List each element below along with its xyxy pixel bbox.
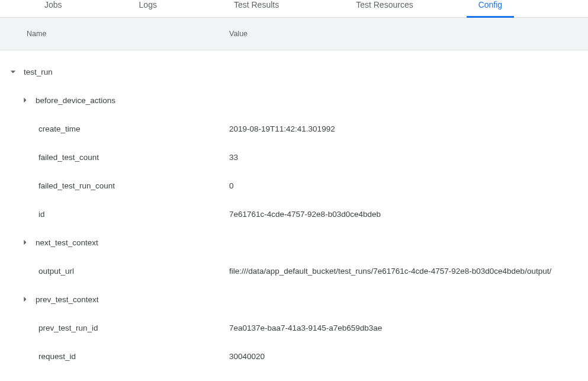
tree-leaf-value: 33 bbox=[229, 153, 588, 162]
tree-leaf-output-url: output_url file:///data/app_default_buck… bbox=[0, 257, 588, 285]
config-tree: test_run before_device_actions create_ti… bbox=[0, 50, 588, 381]
tree-leaf-label: failed_test_run_count bbox=[38, 181, 115, 190]
tree-node-next-test-context[interactable]: next_test_context bbox=[0, 228, 588, 257]
tree-leaf-create-time: create_time 2019-08-19T11:42:41.301992 bbox=[0, 114, 588, 143]
tab-jobs[interactable]: Jobs bbox=[33, 0, 74, 18]
tree-leaf-label: request_id bbox=[38, 352, 76, 361]
chevron-right-icon[interactable] bbox=[18, 293, 32, 305]
tab-label: Test Results bbox=[234, 0, 279, 9]
tree-node-label: before_device_actions bbox=[32, 96, 115, 105]
tab-label: Test Resources bbox=[356, 0, 413, 9]
tree-leaf-label: id bbox=[38, 210, 45, 219]
tree-leaf-id: id 7e61761c-4cde-4757-92e8-b03d0ce4bdeb bbox=[0, 200, 588, 228]
chevron-right-icon[interactable] bbox=[18, 236, 32, 248]
tab-test-results[interactable]: Test Results bbox=[222, 0, 291, 18]
tree-node-label: next_test_context bbox=[32, 238, 98, 247]
tree-leaf-value: 7ea0137e-baa7-41a3-9145-a7eb659db3ae bbox=[229, 324, 588, 332]
tab-logs[interactable]: Logs bbox=[127, 0, 169, 18]
tree-node-test-run[interactable]: test_run bbox=[0, 57, 588, 86]
tab-bar: Jobs Logs Test Results Test Resources Co… bbox=[0, 0, 588, 18]
column-header-value: Value bbox=[229, 30, 588, 38]
column-header-name: Name bbox=[0, 30, 229, 38]
tab-label: Config bbox=[478, 0, 502, 9]
chevron-right-icon[interactable] bbox=[18, 94, 32, 106]
chevron-down-icon[interactable] bbox=[6, 66, 20, 78]
tree-node-before-device-actions[interactable]: before_device_actions bbox=[0, 86, 588, 114]
tree-leaf-label: failed_test_count bbox=[38, 153, 99, 162]
tree-leaf-state: state COMPLETED bbox=[0, 370, 588, 381]
tree-leaf-request-id: request_id 30040020 bbox=[0, 342, 588, 370]
tree-leaf-prev-test-run-id: prev_test_run_id 7ea0137e-baa7-41a3-9145… bbox=[0, 313, 588, 342]
tab-label: Logs bbox=[139, 0, 157, 9]
table-header: Name Value bbox=[0, 18, 588, 50]
tree-leaf-value: 2019-08-19T11:42:41.301992 bbox=[229, 124, 588, 133]
tree-leaf-label: create_time bbox=[38, 124, 81, 133]
tree-leaf-failed-test-count: failed_test_count 33 bbox=[0, 143, 588, 171]
tree-leaf-value: 0 bbox=[229, 181, 588, 190]
tab-test-resources[interactable]: Test Resources bbox=[344, 0, 425, 18]
tree-leaf-label: output_url bbox=[38, 267, 74, 276]
tree-node-label: test_run bbox=[20, 68, 53, 76]
tree-node-prev-test-context[interactable]: prev_test_context bbox=[0, 285, 588, 313]
tree-node-label: prev_test_context bbox=[32, 295, 99, 304]
tree-leaf-value: 7e61761c-4cde-4757-92e8-b03d0ce4bdeb bbox=[229, 210, 588, 219]
tab-config[interactable]: Config bbox=[467, 0, 514, 18]
tab-label: Jobs bbox=[44, 0, 62, 9]
tree-leaf-value: file:///data/app_default_bucket/test_run… bbox=[229, 267, 588, 276]
tree-leaf-failed-test-run-count: failed_test_run_count 0 bbox=[0, 171, 588, 200]
tree-leaf-label: prev_test_run_id bbox=[38, 324, 98, 332]
tree-leaf-value: 30040020 bbox=[229, 352, 588, 361]
